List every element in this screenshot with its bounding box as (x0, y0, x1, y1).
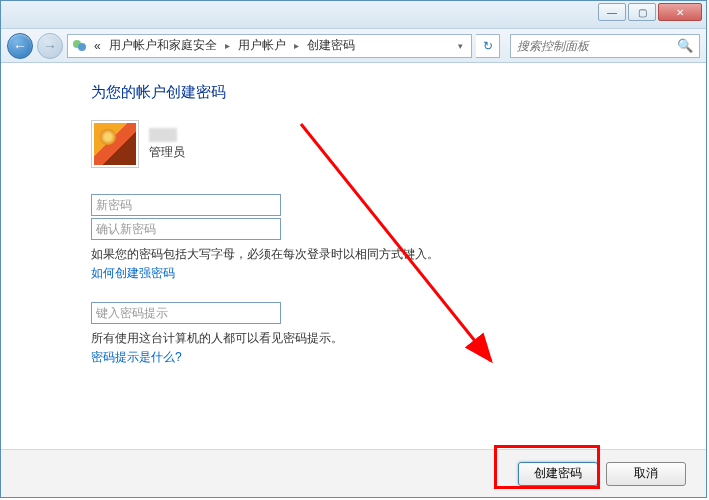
footer-bar: 创建密码 取消 (1, 449, 706, 497)
caps-hint-text: 如果您的密码包括大写字母，必须在每次登录时以相同方式键入。 (91, 246, 676, 263)
chevron-right-icon: ▸ (223, 40, 232, 51)
cancel-button[interactable]: 取消 (606, 462, 686, 486)
search-box[interactable]: 🔍 (510, 34, 700, 58)
page-title: 为您的帐户创建密码 (91, 83, 676, 102)
confirm-password-input[interactable] (91, 218, 281, 240)
title-bar: — ▢ ✕ (1, 1, 706, 29)
breadcrumb-prefix: « (92, 39, 103, 53)
breadcrumb-item-1[interactable]: 用户帐户和家庭安全 (107, 37, 219, 54)
forward-button[interactable]: → (37, 33, 63, 59)
new-password-input[interactable] (91, 194, 281, 216)
user-role-label: 管理员 (149, 144, 185, 161)
user-account-block: 管理员 (91, 120, 676, 168)
window-controls: — ▢ ✕ (598, 3, 702, 21)
user-name-redacted (149, 128, 177, 142)
user-info: 管理员 (149, 128, 185, 161)
search-icon: 🔍 (677, 38, 693, 53)
hint-help-link[interactable]: 密码提示是什么? (91, 349, 676, 366)
svg-point-1 (78, 43, 86, 51)
strong-password-link[interactable]: 如何创建强密码 (91, 265, 676, 282)
refresh-icon: ↻ (483, 39, 493, 53)
refresh-button[interactable]: ↻ (476, 34, 500, 58)
maximize-button[interactable]: ▢ (628, 3, 656, 21)
user-avatar (91, 120, 139, 168)
address-dropdown-icon[interactable]: ▾ (454, 41, 467, 51)
breadcrumb-item-2[interactable]: 用户帐户 (236, 37, 288, 54)
content-area: 为您的帐户创建密码 管理员 如果您的密码包括大写字母，必须在每次登录时以相同方式… (1, 63, 706, 449)
minimize-button[interactable]: — (598, 3, 626, 21)
password-hint-section: 所有使用这台计算机的人都可以看见密码提示。 密码提示是什么? (91, 302, 676, 366)
window-frame: — ▢ ✕ ← → « 用户帐户和家庭安全 ▸ 用户帐户 ▸ 创建密码 ▾ ↻ (0, 0, 707, 498)
chevron-right-icon: ▸ (292, 40, 301, 51)
breadcrumb-item-3[interactable]: 创建密码 (305, 37, 357, 54)
create-password-button[interactable]: 创建密码 (518, 462, 598, 486)
address-bar[interactable]: « 用户帐户和家庭安全 ▸ 用户帐户 ▸ 创建密码 ▾ (67, 34, 472, 58)
hint-visibility-text: 所有使用这台计算机的人都可以看见密码提示。 (91, 330, 676, 347)
back-button[interactable]: ← (7, 33, 33, 59)
avatar-flower-image (94, 123, 136, 165)
control-panel-icon (72, 38, 88, 54)
password-hint-input[interactable] (91, 302, 281, 324)
navigation-bar: ← → « 用户帐户和家庭安全 ▸ 用户帐户 ▸ 创建密码 ▾ ↻ 🔍 (1, 29, 706, 63)
close-button[interactable]: ✕ (658, 3, 702, 21)
search-input[interactable] (517, 39, 677, 53)
